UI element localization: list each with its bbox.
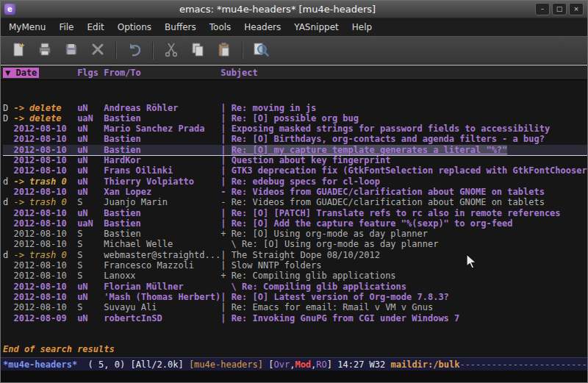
modeline-comma: ,	[290, 359, 295, 370]
close-button[interactable]: ×	[569, 3, 584, 15]
message-row[interactable]: 2012-08-10uNBastien| Re: [O] [PATCH] Tra…	[3, 208, 587, 218]
message-subject: The Straight Dope 08/10/2012	[232, 250, 380, 260]
menu-buffers[interactable]: Buffers	[158, 20, 203, 35]
message-from: Bastien	[104, 113, 220, 124]
message-row[interactable]: d-> trash 0SJuanjo Marin- Re: Videos fro…	[3, 197, 587, 207]
message-subject: Slow NNTP folders	[232, 260, 322, 271]
message-flags: uaN	[77, 218, 104, 229]
message-row[interactable]: d-> trash 0uNThierry Volpiatto| Re: edeb…	[3, 176, 587, 187]
thread-separator: |	[220, 260, 231, 271]
message-row[interactable]: 2012-08-10SBastien+ Re: [O] Using org-mo…	[3, 229, 587, 239]
message-from: Lanoxx	[104, 271, 220, 281]
message-from: Andreas Röhler	[104, 103, 220, 113]
message-subject: Re: edebug specs for cl-loop	[232, 176, 380, 187]
message-subject: Re: [O] possible org bug	[232, 113, 359, 124]
message-from: Bastien	[104, 208, 220, 218]
header-col-from[interactable]: From/To	[104, 68, 220, 78]
modeline-modified-flag: Mod	[295, 359, 311, 370]
paste-button[interactable]	[211, 40, 237, 62]
titlebar[interactable]: e emacs: *mu4e-headers* [mu4e-headers] –…	[1, 1, 587, 18]
print-button[interactable]	[32, 40, 58, 62]
headers-buffer[interactable]: D-> deleteuNAndreas Röhler| Re: moving i…	[1, 80, 587, 357]
toolbar-separator	[115, 42, 117, 60]
message-date: -> trash 0	[13, 197, 77, 207]
menu-mymenu[interactable]: MyMenu	[2, 20, 52, 35]
message-subject: Re: [O] Latest version of Org-mode 7.8.3…	[232, 292, 449, 302]
message-row[interactable]: D-> deleteuNAndreas Röhler| Re: moving i…	[3, 103, 587, 113]
message-subject: Re: [O] Using org-mode as day planner	[242, 239, 438, 249]
thread-separator: |	[220, 165, 231, 176]
message-from: robertcInSD	[104, 313, 220, 323]
message-row[interactable]: 2012-08-10uN'Mash (Thomas Herbert)| Re: …	[3, 292, 587, 302]
message-row[interactable]: 2012-08-10uNFrans Oilinki| GTK3 deprecat…	[3, 165, 587, 176]
minibuffer[interactable]	[1, 371, 587, 382]
search-button[interactable]	[248, 40, 274, 62]
maximize-button[interactable]: □	[552, 3, 567, 15]
message-subject: Re: [O] my capture template generates a …	[232, 145, 508, 155]
message-date: 2012-08-10	[13, 187, 77, 197]
message-from: Bastien	[104, 229, 220, 239]
menu-tools[interactable]: Tools	[203, 20, 238, 35]
message-row[interactable]: 2012-08-10uNMario Sanchez Prada| Exposin…	[3, 124, 587, 134]
message-row[interactable]: 2012-08-09uNrobertcInSD| Re: Invoking Gn…	[3, 313, 587, 323]
message-row[interactable]: D-> deleteuaNBastien| Re: [O] possible o…	[3, 113, 587, 124]
new-file-icon	[10, 41, 26, 60]
window-controls: – □ ×	[535, 3, 584, 15]
message-from: webmaster@straightd...	[104, 250, 220, 260]
message-date: 2012-08-10	[13, 292, 77, 302]
emacs-icon: e	[4, 4, 15, 15]
modeline-stats: ( 5, 0) [All/2.0k]	[77, 359, 189, 370]
toolbar-separator	[152, 42, 154, 60]
header-col-subject[interactable]: Subject	[220, 68, 258, 78]
message-row[interactable]: 2012-08-10uNBastien| Re: [O] Birthdays, …	[3, 134, 587, 144]
undo-button[interactable]	[121, 40, 148, 62]
save-icon	[63, 41, 79, 60]
message-row[interactable]: 2012-08-10uNFlorian Müllner \ Re: Compil…	[3, 282, 587, 292]
message-subject: Re: [O] Birthdays, org-contacts and agen…	[232, 134, 545, 144]
message-flags: uN	[77, 292, 104, 302]
cut-button[interactable]	[158, 40, 184, 62]
message-subject: Re: Emacs for email: Rmail v VM v Gnus	[232, 302, 434, 312]
thread-separator: |	[220, 218, 231, 229]
message-from: Xan Lopez	[104, 187, 220, 197]
message-row[interactable]: 2012-08-10uNHardKor| Question about key …	[3, 155, 587, 165]
menu-yasnippet[interactable]: YASnippet	[287, 20, 345, 35]
message-from: Bastien	[104, 218, 220, 229]
message-from: Bastien	[104, 134, 220, 144]
new-file-button[interactable]	[5, 40, 32, 62]
thread-separator: |	[220, 313, 231, 323]
message-from: 'Mash (Thomas Herbert)	[104, 292, 220, 302]
end-of-results: End of search results	[3, 344, 587, 354]
message-row[interactable]: d-> trash 0Swebmaster@straightd...| The …	[3, 250, 587, 260]
message-row[interactable]: 2012-08-10uNXan Lopez- Re: Videos from G…	[3, 187, 587, 197]
message-row[interactable]: 2012-08-10SSuvayu Ali| Re: Emacs for ema…	[3, 302, 587, 312]
message-subject: Re: Invoking GnuPG from CGI under Window…	[232, 313, 460, 323]
menu-edit[interactable]: Edit	[81, 20, 111, 35]
header-line: ▼ DateFlgsFrom/ToSubject	[1, 65, 587, 80]
message-row[interactable]: 2012-08-10uaNBastien| Re: [O] Add the ca…	[3, 218, 587, 229]
message-from: Frans Oilinki	[104, 165, 220, 176]
menu-help[interactable]: Help	[345, 20, 379, 35]
sort-column-chip[interactable]: ▼ Date	[3, 68, 39, 78]
save-button[interactable]	[58, 40, 85, 62]
header-col-flags[interactable]: Flgs	[77, 68, 104, 78]
minimize-button[interactable]: –	[535, 3, 550, 15]
thread-separator: |	[220, 302, 231, 312]
message-row[interactable]: 2012-08-10SFrancesco Mazzoli| Slow NNTP …	[3, 260, 587, 271]
message-subject: Re: [O] Using org-mode as day planner	[232, 229, 428, 239]
copy-button[interactable]	[184, 40, 211, 62]
cut-icon	[163, 41, 179, 60]
message-row[interactable]: 2012-08-10SLanoxx+ Re: Compiling glib ap…	[3, 271, 587, 281]
thread-separator: |	[220, 113, 231, 124]
message-row[interactable]: 2012-08-10SMichael Welle \ Re: [O] Using…	[3, 239, 587, 249]
menu-headers[interactable]: Headers	[237, 20, 287, 35]
modeline[interactable]: *mu4e-headers* ( 5, 0) [All/2.0k] [mu4e-…	[1, 357, 587, 371]
message-subject: GTK3 deprecation fix (GtkFontSelection r…	[232, 165, 587, 176]
close-icon	[90, 41, 106, 60]
message-flags: uN	[77, 176, 104, 187]
header-col-date[interactable]: ▼ Date	[3, 68, 77, 78]
close-buffer-button[interactable]	[85, 40, 111, 62]
menu-file[interactable]: File	[52, 20, 80, 35]
menu-options[interactable]: Options	[111, 20, 158, 35]
message-row[interactable]: 2012-08-10uNBastien| Re: [O] my capture …	[3, 145, 587, 155]
